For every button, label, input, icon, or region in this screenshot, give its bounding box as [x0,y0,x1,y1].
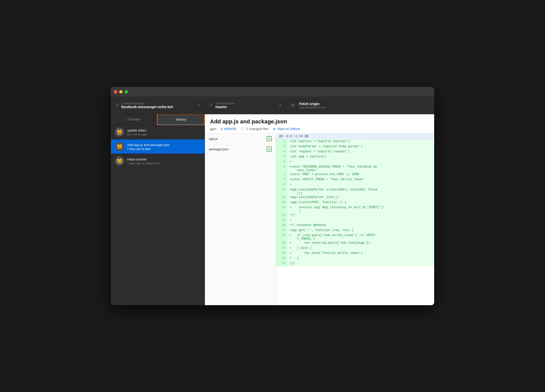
diff-line: 8 +const VERIFY_TOKEN = 'Your_Verify_Tok… [276,177,434,183]
repo-icon: ⑂ [116,103,119,108]
app-window: ⑂ Current Repository facebook-messenger-… [111,87,434,305]
commit-meta: just now by ggm [127,133,147,136]
github-icon: ⊛ [273,127,276,131]
commit-title: Initial commit [127,157,160,161]
fetch-sub: Last fetched just now [299,106,325,109]
minimize-button[interactable] [119,90,123,93]
repo-chevron-icon: ▾ [198,104,200,107]
commit-info: Initial commit 7 days ago by godgunman [127,157,160,165]
diff-line: 7 +const PORT = process.env.PORT || 3000 [276,172,434,177]
commit-header: Add app.js and package.json ggm ⊙ b95df2… [205,114,434,134]
diff-line: 21 + res.send('Invalid verify token') [276,251,434,256]
repo-name: facebook-messenger-echo-bot [121,105,173,109]
branch-text: Current Branch master [215,102,234,109]
view-on-github-link[interactable]: ⊛ View on GitHub [273,127,300,131]
commit-meta: 7 days ago by ggm [127,147,170,150]
diff-line: 11 +app.use(bodyParser.json()) [276,195,434,200]
branch-name: master [215,105,234,109]
repo-text: Current Repository facebook-messenger-ec… [121,102,173,109]
file-added-icon: + [267,146,272,152]
sidebar: Changes History 🐱 update token just now … [111,114,205,305]
branch-chevron-icon: ▾ [279,104,281,107]
diff-line: 16 +// Facebook Webhook [276,223,434,228]
fetch-origin-section[interactable]: ↻ Fetch origin Last fetched just now [286,96,434,114]
diff-area: app.js + package.json + @@ -0,0 +1,58 @@… [205,134,434,305]
diff-line: 3 +let request = require('request') [276,150,434,155]
current-branch-section[interactable]: ⑂ Current Branch master ▾ [205,96,286,114]
right-panel: Add app.js and package.json ggm ⊙ b95df2… [205,114,434,305]
diff-line: 2 +let bodyParser = require('body-parser… [276,144,434,150]
commit-title: update token [127,128,147,132]
repo-label: Current Repository [121,102,173,105]
commit-hash-value: b95df28 [224,127,236,131]
diff-viewer[interactable]: @@ -0,0 +1,58 @@ 1 +let express = requir… [276,134,434,305]
refresh-icon: ↻ [291,103,295,108]
commit-item[interactable]: 🐱 Add app.js and package.json 7 days ago… [111,139,205,154]
diff-line: 5 + [276,160,434,165]
commit-item[interactable]: 🐱 update token just now by ggm [111,125,205,139]
current-repo-section[interactable]: ⑂ Current Repository facebook-messenger-… [111,96,205,114]
commit-hash[interactable]: ⊙ b95df28 [220,127,236,131]
traffic-lights [114,90,128,93]
file-name: package.json [209,147,229,151]
fetch-text: Fetch origin Last fetched just now [299,102,325,109]
commit-info: update token just now by ggm [127,128,147,136]
file-item[interactable]: package.json + [205,144,276,154]
commit-info: Add app.js and package.json 7 days ago b… [127,143,170,150]
diff-line: 13 + console.log(`App listening on port … [276,205,434,213]
fetch-label: Fetch origin [299,102,325,106]
tab-history[interactable]: History [157,114,205,125]
diff-line: 4 +let app = express() [276,155,434,160]
changed-files-label: changed files [249,127,269,131]
sidebar-tabs: Changes History [111,114,205,125]
commit-header-meta: ggm ⊙ b95df28 📄 2 changed files ⊛ View o… [210,127,429,131]
diff-line: 17 +app.get('/', function (req, res) { [276,228,434,233]
diff-line: 1 +let express = require('express') [276,139,434,144]
main-content: Changes History 🐱 update token just now … [111,114,434,305]
commit-author: ggm [210,127,216,131]
file-icon: 📄 [240,127,244,131]
diff-line: 20 + } else { [276,246,434,251]
view-on-github-label: View on GitHub [277,127,300,131]
branch-icon: ⑂ [210,103,213,108]
diff-line: 23 +}) [276,261,434,266]
diff-line: 22 + } [276,256,434,261]
diff-line: 19 + res.send(req.query['hub.challenge']… [276,241,434,246]
branch-label: Current Branch [215,102,234,105]
diff-line: 10 +app.use(bodyParser.urlencoded({ exte… [276,188,434,195]
diff-line: 9 + [276,183,434,188]
commit-item[interactable]: 🐱 Initial commit 7 days ago by godgunman [111,154,205,168]
titlebar [111,87,434,96]
toolbar: ⑂ Current Repository facebook-messenger-… [111,96,434,114]
commit-list: 🐱 update token just now by ggm 🐱 Add app… [111,125,205,305]
diff-line: 14 +}) [276,213,434,218]
commit-meta: 7 days ago by godgunman [127,162,160,165]
diff-line: 15 + [276,218,434,223]
avatar: 🐱 [115,142,124,151]
commit-title: Add app.js and package.json [127,143,170,147]
file-added-icon: + [267,136,272,141]
avatar: 🐱 [115,156,124,166]
maximize-button[interactable] [125,90,128,93]
file-name: app.js [209,137,218,141]
changed-files-count: 2 [246,127,248,131]
diff-line: 18 + if (req.query['hub.verify_token'] =… [276,233,434,241]
file-item[interactable]: app.js + [205,134,276,144]
file-list: app.js + package.json + [205,134,276,305]
diff-line: 12 +app.listen(PORT, function () { [276,200,434,205]
diff-header-line: @@ -0,0 +1,58 @@ [276,134,434,139]
changed-files-badge: 📄 2 changed files [240,127,269,131]
tab-changes[interactable]: Changes [111,114,157,125]
commit-hash-icon: ⊙ [220,127,223,131]
diff-line: 6 +const FACEBOOK_ACCESS_TOKEN = 'Your_F… [276,165,434,172]
avatar: 🐱 [115,127,124,137]
close-button[interactable] [114,90,117,93]
commit-title-large: Add app.js and package.json [210,118,429,125]
